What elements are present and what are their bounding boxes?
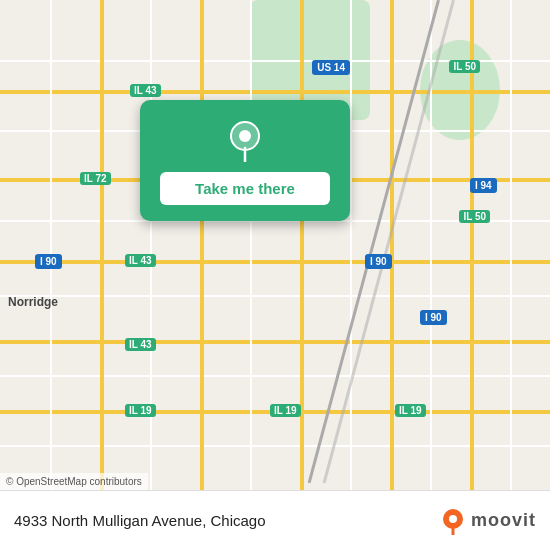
il50-label-2: IL 50	[459, 210, 490, 223]
road-v-major-3	[300, 0, 304, 490]
road-h-major-1	[0, 90, 550, 94]
moovit-pin-icon	[439, 507, 467, 535]
svg-point-3	[449, 515, 457, 523]
svg-point-1	[239, 130, 251, 142]
il43-label-3: IL 43	[125, 338, 156, 351]
bottom-bar: 4933 North Mulligan Avenue, Chicago moov…	[0, 490, 550, 550]
road-v-major-2	[200, 0, 204, 490]
road-v-1	[50, 0, 52, 490]
i94-label: I 94	[470, 178, 497, 193]
location-pin-icon	[223, 118, 267, 162]
map-attribution: © OpenStreetMap contributors	[0, 473, 148, 490]
road-h-6	[0, 445, 550, 447]
moovit-label: moovit	[471, 510, 536, 531]
road-v-major-1	[100, 0, 104, 490]
road-v-3	[250, 0, 252, 490]
road-h-5	[0, 375, 550, 377]
road-h-4	[0, 295, 550, 297]
il19-label-3: IL 19	[395, 404, 426, 417]
road-h-major-3	[0, 260, 550, 264]
il50-label-1: IL 50	[449, 60, 480, 73]
take-me-there-button[interactable]: Take me there	[160, 172, 330, 205]
map-container: IL 43 IL 72 IL 43 IL 43 IL 19 IL 19 IL 1…	[0, 0, 550, 490]
il19-label-2: IL 19	[270, 404, 301, 417]
moovit-logo: moovit	[439, 507, 536, 535]
road-v-4	[350, 0, 352, 490]
il43-label-1: IL 43	[130, 84, 161, 97]
norridge-label: Norridge	[8, 295, 58, 309]
i90-label-1: I 90	[35, 254, 62, 269]
il43-label-2: IL 43	[125, 254, 156, 267]
address-text: 4933 North Mulligan Avenue, Chicago	[14, 512, 266, 529]
i90-label-2: I 90	[365, 254, 392, 269]
road-h-major-4	[0, 340, 550, 344]
il19-label-1: IL 19	[125, 404, 156, 417]
us14-label: US 14	[312, 60, 350, 75]
road-v-6	[510, 0, 512, 490]
i90-label-3: I 90	[420, 310, 447, 325]
road-v-major-4	[390, 0, 394, 490]
map-card: Take me there	[140, 100, 350, 221]
road-v-major-5	[470, 0, 474, 490]
il72-label: IL 72	[80, 172, 111, 185]
